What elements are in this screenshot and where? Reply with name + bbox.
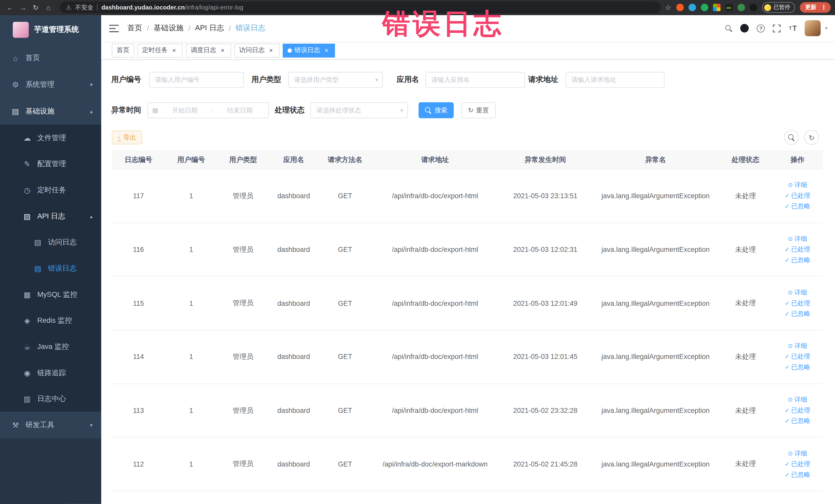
breadcrumb-item[interactable]: API 日志 (195, 23, 224, 33)
breadcrumb-item[interactable]: 基础设施 (154, 23, 184, 33)
sidebar-toggle-button[interactable] (109, 24, 119, 32)
actions-cell: ⊙详细✓已处理✓已忽略 (772, 384, 823, 437)
breadcrumb-item[interactable]: 错误日志 (236, 23, 265, 33)
extension-paw-icon[interactable] (750, 4, 757, 11)
font-size-icon[interactable]: TT (789, 24, 797, 32)
sidebar-item-6[interactable]: ◷定时任务 (0, 177, 101, 203)
sidebar-item-15[interactable]: ⚒研发工具▾ (0, 412, 101, 439)
sidebar-item-12[interactable]: ☕Java 监控 (0, 334, 101, 360)
detail-link[interactable]: ⊙详细 (788, 181, 807, 190)
sidebar-item-7[interactable]: ▧API 日志▴ (0, 203, 101, 229)
back-icon[interactable]: ← (4, 2, 16, 13)
check-icon: ✓ (785, 364, 790, 371)
extension-on-icon[interactable]: on (725, 4, 733, 11)
paused-label: 已暂停 (773, 4, 790, 11)
app-name-input[interactable] (426, 72, 525, 88)
date-range-picker[interactable]: ▦ - (148, 102, 269, 118)
help-icon[interactable]: ? (757, 24, 765, 32)
chevron-down-icon[interactable]: ▾ (825, 26, 828, 31)
detail-link[interactable]: ⊙详细 (788, 449, 807, 458)
fullscreen-button[interactable] (773, 24, 781, 32)
sidebar-item-label: 定时任务 (37, 185, 66, 195)
detail-link[interactable]: ⊙详细 (788, 235, 807, 243)
column-header: 异常发生时间 (498, 150, 592, 169)
user-avatar[interactable] (805, 20, 821, 36)
bookmark-star-icon[interactable]: ☆ (665, 3, 671, 11)
close-icon[interactable]: × (219, 47, 226, 54)
request-url-input[interactable] (566, 72, 665, 88)
close-icon[interactable]: × (267, 47, 274, 54)
processed-link[interactable]: ✓已处理 (785, 352, 810, 361)
user-id-input[interactable] (149, 72, 244, 88)
update-button[interactable]: 更新⋮ (800, 2, 831, 13)
start-date-input[interactable] (160, 106, 209, 114)
detail-link[interactable]: ⊙详细 (788, 342, 807, 351)
processed-link[interactable]: ✓已处理 (785, 245, 810, 254)
paused-badge[interactable]: 已暂停 (762, 2, 795, 13)
action-label: 已忽略 (791, 363, 810, 372)
export-button[interactable]: ↓ 导出 (112, 130, 142, 144)
home-icon[interactable]: ⌂ (43, 2, 55, 13)
processed-link[interactable]: ✓已处理 (785, 460, 810, 468)
sidebar-item-2[interactable]: ⚙系统管理▾ (0, 72, 101, 98)
tab-1[interactable]: 首页 (112, 43, 134, 57)
sidebar-item-label: 首页 (26, 53, 40, 63)
ignored-link[interactable]: ✓已忽略 (785, 256, 810, 265)
sidebar-item-1[interactable]: ⌂首页 (0, 45, 101, 72)
request-url-label: 请求地址 (528, 75, 558, 85)
ignored-link[interactable]: ✓已忽略 (785, 202, 810, 211)
processed-link[interactable]: ✓已处理 (785, 299, 810, 308)
forward-icon[interactable]: → (17, 2, 29, 13)
filter-row-1: 用户编号 用户类型 ▾ 应用名 请求地址 (111, 72, 665, 88)
detail-link[interactable]: ⊙详细 (788, 396, 807, 404)
process-status-select[interactable]: ▾ (311, 102, 408, 118)
table-cell: 115 (112, 277, 165, 330)
extension-icon-1[interactable] (676, 4, 684, 11)
extension-grid-icon[interactable] (713, 4, 720, 11)
search-toggle-button[interactable] (784, 130, 799, 145)
logo[interactable]: 芋道管理系统 (0, 15, 101, 45)
extension-icon-3[interactable] (700, 4, 708, 11)
sidebar-item-5[interactable]: ✎配置管理 (0, 151, 101, 177)
process-status-select-input[interactable] (311, 102, 408, 118)
sidebar-item-8[interactable]: ▤访问日志 (0, 229, 101, 255)
tab-4[interactable]: 访问日志× (235, 43, 280, 57)
user-type-select[interactable]: ▾ (288, 72, 383, 88)
ignored-link[interactable]: ✓已忽略 (785, 417, 810, 426)
tab-2[interactable]: 定时任务× (137, 43, 183, 57)
github-icon[interactable] (740, 24, 749, 32)
extension-icon-2[interactable] (688, 4, 696, 11)
sidebar-item-4[interactable]: ☁文件管理 (0, 124, 101, 151)
kebab-menu-icon[interactable]: ⋮ (819, 4, 829, 11)
processed-link[interactable]: ✓已处理 (785, 406, 810, 415)
ignored-link[interactable]: ✓已忽略 (785, 470, 810, 479)
user-type-label: 用户类型 (251, 75, 281, 85)
reset-button[interactable]: ↻ 重置 (461, 102, 496, 118)
sidebar-item-10[interactable]: ▦MySQL 监控 (0, 281, 101, 307)
logo-image (13, 22, 29, 38)
close-icon[interactable]: × (323, 47, 330, 54)
tab-3[interactable]: 调度日志× (186, 43, 231, 57)
reset-button-label: 重置 (476, 106, 489, 115)
ignored-link[interactable]: ✓已忽略 (785, 309, 810, 318)
sidebar-item-11[interactable]: ◈Redis 监控 (0, 307, 101, 334)
refresh-button[interactable]: ↻ (804, 130, 819, 145)
header-search-button[interactable] (726, 25, 732, 32)
end-date-input[interactable] (216, 106, 264, 114)
sidebar-item-9[interactable]: ▤错误日志 (0, 255, 101, 281)
address-bar[interactable]: ⚠ 不安全 dashboard.yudao.iocoder.cn/infra/l… (60, 2, 661, 13)
close-icon[interactable]: × (170, 47, 178, 54)
breadcrumb-item[interactable]: 首页 (127, 23, 142, 33)
detail-link[interactable]: ⊙详细 (788, 288, 807, 297)
sidebar-item-3[interactable]: ▤基础设施▴ (0, 98, 101, 125)
reload-icon[interactable]: ↻ (30, 2, 42, 13)
processed-link[interactable]: ✓已处理 (785, 191, 810, 201)
tab-5[interactable]: 错误日志× (283, 43, 335, 57)
search-button[interactable]: 搜索 (419, 102, 454, 118)
extension-icon-6[interactable] (737, 4, 745, 11)
table-row: 1121管理员dashboardGET/api/infra/db-doc/exp… (112, 438, 823, 491)
user-type-select-input[interactable] (288, 72, 383, 88)
sidebar-item-13[interactable]: ◉链路追踪 (0, 360, 101, 386)
ignored-link[interactable]: ✓已忽略 (785, 363, 810, 372)
sidebar-item-14[interactable]: ▥日志中心 (0, 386, 101, 412)
